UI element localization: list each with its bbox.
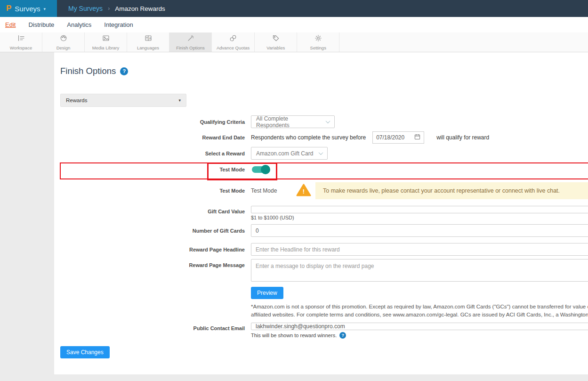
reward-page-headline-input[interactable] bbox=[251, 243, 588, 256]
toggle-knob bbox=[261, 165, 270, 174]
gift-card-value-label: Gift Card Value bbox=[60, 206, 245, 214]
help-icon[interactable]: ? bbox=[120, 67, 128, 75]
select-reward-select[interactable]: Amazon.com Gift Card bbox=[251, 147, 328, 160]
gift-card-value-input[interactable] bbox=[251, 206, 588, 213]
gear-icon bbox=[314, 34, 322, 44]
save-changes-button[interactable]: Save Changes bbox=[60, 346, 110, 358]
tag-icon bbox=[272, 34, 280, 44]
rewards-form: Qualifying Criteria All Complete Respond… bbox=[60, 115, 588, 358]
reward-page-message-label: Reward Page Message bbox=[60, 259, 245, 268]
svg-text:A: A bbox=[149, 37, 151, 40]
preview-button[interactable]: Preview bbox=[251, 287, 283, 299]
svg-text:!: ! bbox=[303, 188, 305, 195]
toolbar-item-advance-quotas[interactable]: Advance Quotas bbox=[212, 32, 255, 52]
reward-end-date-input[interactable]: 07/18/2020 bbox=[372, 131, 424, 144]
public-contact-email-row: Public Contact Email This will be shown … bbox=[60, 323, 588, 339]
main-nav: Edit Distribute Analytics Integration bbox=[0, 17, 588, 32]
chevron-down-icon: ▾ bbox=[44, 7, 46, 11]
test-mode-toggle-label: Test Mode bbox=[60, 167, 245, 172]
test-mode-toggle-row: Test Mode bbox=[60, 163, 588, 176]
test-mode-status-label: Test Mode bbox=[60, 188, 245, 194]
qualifying-criteria-select[interactable]: All Complete Respondents bbox=[251, 115, 335, 128]
select-reward-value: Amazon.com Gift Card bbox=[256, 150, 313, 157]
test-mode-toggle[interactable] bbox=[252, 166, 269, 173]
public-contact-email-label: Public Contact Email bbox=[60, 323, 245, 331]
translate-icon: A bbox=[145, 34, 152, 44]
number-of-gift-cards-input[interactable] bbox=[251, 224, 588, 237]
reward-end-date-suffix: will qualify for reward bbox=[436, 134, 489, 141]
gift-card-value-helper: $1 to $1000 (USD) bbox=[251, 215, 588, 220]
left-gutter bbox=[0, 52, 54, 381]
chevron-down-icon bbox=[319, 150, 323, 155]
toolbar-item-media-library[interactable]: Media Library bbox=[85, 32, 127, 52]
content-area: Finish Options ? Rewards ▾ Qualifying Cr… bbox=[0, 52, 588, 381]
amazon-disclaimer: *Amazon.com is not a sponsor of this pro… bbox=[251, 303, 588, 319]
palette-icon bbox=[60, 34, 67, 44]
toolbar-item-variables[interactable]: Variables bbox=[255, 32, 297, 52]
reward-page-headline-label: Reward Page Headline bbox=[60, 247, 245, 252]
select-reward-row: Select a Reward Amazon.com Gift Card bbox=[60, 147, 588, 160]
breadcrumb-separator-icon: › bbox=[108, 5, 110, 12]
breadcrumb-current-survey: Amazon Rewards bbox=[115, 5, 165, 12]
reward-end-date-label: Reward End Date bbox=[60, 135, 245, 140]
tab-edit[interactable]: Edit bbox=[5, 21, 16, 28]
reward-page-message-row: Reward Page Message bbox=[60, 259, 588, 282]
public-contact-email-input[interactable] bbox=[251, 323, 588, 330]
workspace-icon bbox=[17, 34, 25, 44]
number-of-gift-cards-row: Number of Gift Cards bbox=[60, 224, 588, 237]
qualifying-criteria-row: Qualifying Criteria All Complete Respond… bbox=[60, 115, 588, 128]
test-mode-status-row: Test Mode Test Mode ! To make rewards li… bbox=[60, 182, 588, 199]
reward-end-date-row: Reward End Date Respondents who complete… bbox=[60, 131, 588, 144]
reward-end-date-value: 07/18/2020 bbox=[376, 134, 404, 141]
toolbar-item-languages[interactable]: A Languages bbox=[127, 32, 169, 52]
select-reward-label: Select a Reward bbox=[60, 151, 245, 156]
chevron-down-icon bbox=[326, 119, 330, 123]
rewards-live-warning-banner: To make rewards live, please contact you… bbox=[315, 182, 588, 199]
reward-page-headline-row: Reward Page Headline bbox=[60, 243, 588, 256]
reward-end-date-prefix: Respondents who complete the survey befo… bbox=[251, 134, 366, 141]
breadcrumb: My Surveys › Amazon Rewards bbox=[57, 0, 165, 17]
preview-row: Preview bbox=[251, 287, 588, 299]
tab-distribute[interactable]: Distribute bbox=[28, 21, 54, 28]
warning-banner-text: To make rewards live, please contact you… bbox=[323, 187, 560, 194]
toolbar-item-settings[interactable]: Settings bbox=[297, 32, 339, 52]
toolbar-item-design[interactable]: Design bbox=[42, 32, 85, 52]
calendar-icon bbox=[414, 134, 420, 141]
app-window: P Surveys ▾ My Surveys › Amazon Rewards … bbox=[0, 0, 588, 381]
surveys-product-menu[interactable]: P Surveys ▾ bbox=[0, 0, 57, 17]
product-name: Surveys bbox=[15, 5, 40, 13]
finish-option-type-value: Rewards bbox=[66, 97, 87, 103]
finish-option-type-dropdown[interactable]: Rewards ▾ bbox=[60, 94, 186, 107]
image-icon bbox=[102, 34, 110, 44]
breadcrumb-my-surveys[interactable]: My Surveys bbox=[68, 5, 103, 12]
tab-integration[interactable]: Integration bbox=[104, 21, 133, 28]
tab-analytics[interactable]: Analytics bbox=[67, 21, 91, 28]
test-mode-status-value: Test Mode bbox=[251, 187, 283, 194]
links-icon bbox=[229, 34, 237, 44]
toolbar-item-finish-options[interactable]: Finish Options bbox=[169, 32, 212, 52]
top-header: P Surveys ▾ My Surveys › Amazon Rewards bbox=[0, 0, 588, 17]
help-icon[interactable]: ? bbox=[339, 332, 346, 339]
caret-down-icon: ▾ bbox=[178, 98, 181, 103]
toolbar-item-workspace[interactable]: Workspace bbox=[0, 32, 42, 52]
gift-card-value-row: Gift Card Value $1 to $1000 (USD) bbox=[60, 206, 588, 220]
edit-toolbar: Workspace Design Media Library A Languag… bbox=[0, 32, 588, 52]
disclaimer-line-2: affiliated websites. For complete terms … bbox=[251, 311, 588, 319]
warning-triangle-icon: ! bbox=[296, 184, 311, 198]
questionpro-logo: P bbox=[6, 4, 11, 13]
qualifying-criteria-value: All Complete Respondents bbox=[256, 115, 322, 129]
number-of-gift-cards-label: Number of Gift Cards bbox=[60, 228, 245, 234]
page-title: Finish Options bbox=[60, 66, 116, 76]
reward-page-message-textarea[interactable] bbox=[251, 259, 588, 282]
finish-options-panel: Finish Options ? Rewards ▾ Qualifying Cr… bbox=[54, 52, 588, 374]
save-row: Save Changes bbox=[60, 346, 588, 358]
magic-wand-icon bbox=[187, 34, 194, 44]
disclaimer-line-1: *Amazon.com is not a sponsor of this pro… bbox=[251, 303, 588, 311]
qualifying-criteria-label: Qualifying Criteria bbox=[60, 119, 245, 125]
public-contact-email-helper: This will be shown to reward winners. bbox=[251, 332, 337, 338]
